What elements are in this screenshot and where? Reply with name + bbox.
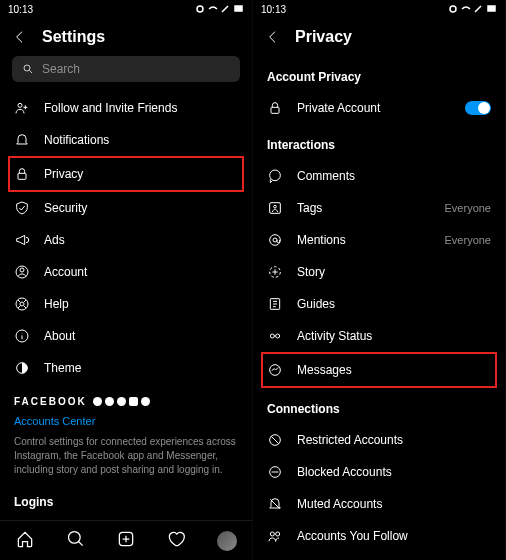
svg-point-18: [274, 205, 277, 208]
svg-point-11: [68, 531, 80, 543]
muted-icon: [267, 496, 283, 512]
svg-point-3: [18, 103, 22, 107]
item-label: Private Account: [297, 101, 380, 115]
nav-activity[interactable]: [166, 529, 186, 553]
svg-point-8: [20, 302, 24, 306]
page-title: Settings: [42, 28, 105, 46]
privacy-item-mentions[interactable]: Mentions Everyone: [265, 224, 493, 256]
privacy-item-follow[interactable]: Accounts You Follow: [265, 520, 493, 552]
settings-item-notifications[interactable]: Notifications: [12, 124, 240, 156]
privacy-item-story[interactable]: Story: [265, 256, 493, 288]
item-label: Story: [297, 265, 325, 279]
svg-point-13: [450, 6, 456, 12]
plus-square-icon: [116, 529, 136, 549]
search-icon: [22, 63, 34, 75]
item-label: Help: [44, 297, 69, 311]
svg-point-0: [197, 6, 203, 12]
item-label: Comments: [297, 169, 355, 183]
page-title: Privacy: [295, 28, 352, 46]
privacy-item-restricted[interactable]: Restricted Accounts: [265, 424, 493, 456]
settings-item-security[interactable]: Security: [12, 192, 240, 224]
header: Settings: [0, 18, 252, 56]
privacy-item-blocked[interactable]: Blocked Accounts: [265, 456, 493, 488]
battery-icon: [234, 4, 244, 14]
account-icon: [14, 264, 30, 280]
svg-point-6: [20, 268, 24, 272]
svg-point-20: [273, 238, 277, 242]
messages-icon: [267, 362, 283, 378]
svg-point-24: [276, 334, 280, 338]
avatar-icon: [217, 531, 237, 551]
search-icon: [66, 529, 86, 549]
settings-item-ads[interactable]: Ads: [12, 224, 240, 256]
nav-profile[interactable]: [217, 531, 237, 551]
settings-content[interactable]: Search Follow and Invite Friends Notific…: [0, 56, 252, 520]
svg-point-7: [16, 298, 28, 310]
section-interactions: Interactions: [265, 124, 493, 160]
privacy-item-guides[interactable]: Guides: [265, 288, 493, 320]
item-label: Account: [44, 265, 87, 279]
section-account-privacy: Account Privacy: [265, 56, 493, 92]
clock: 10:13: [8, 4, 33, 15]
search-input[interactable]: Search: [12, 56, 240, 82]
settings-item-about[interactable]: About: [12, 320, 240, 352]
status-bar: 10:13: [0, 0, 252, 18]
item-label: Ads: [44, 233, 65, 247]
shield-icon: [14, 200, 30, 216]
item-label: Muted Accounts: [297, 497, 382, 511]
privacy-item-tags[interactable]: Tags Everyone: [265, 192, 493, 224]
help-icon: [14, 296, 30, 312]
settings-item-follow[interactable]: Follow and Invite Friends: [12, 92, 240, 124]
item-label: About: [44, 329, 75, 343]
signal-icon: [221, 4, 231, 14]
svg-rect-14: [488, 6, 495, 11]
nav-create[interactable]: [116, 529, 136, 553]
svg-point-29: [276, 532, 280, 536]
privacy-item-messages[interactable]: Messages: [261, 352, 497, 388]
section-connections: Connections: [265, 388, 493, 424]
accounts-center-link[interactable]: Accounts Center: [12, 411, 240, 431]
blocked-icon: [267, 464, 283, 480]
guides-icon: [267, 296, 283, 312]
nav-search[interactable]: [66, 529, 86, 553]
settings-item-help[interactable]: Help: [12, 288, 240, 320]
item-value: Everyone: [445, 202, 491, 214]
search-placeholder: Search: [42, 62, 80, 76]
item-value: Everyone: [445, 234, 491, 246]
item-label: Blocked Accounts: [297, 465, 392, 479]
settings-item-theme[interactable]: Theme: [12, 352, 240, 384]
back-icon[interactable]: [265, 29, 281, 45]
item-label: Restricted Accounts: [297, 433, 403, 447]
alarm-icon: [448, 4, 458, 14]
person-plus-icon: [14, 100, 30, 116]
item-label: Security: [44, 201, 87, 215]
item-label: Mentions: [297, 233, 346, 247]
status-indicators: [195, 4, 244, 14]
privacy-screen: 10:13 Privacy Account Privacy Private Ac…: [253, 0, 506, 560]
private-account-row[interactable]: Private Account: [265, 92, 493, 124]
item-label: Messages: [297, 363, 352, 377]
status-bar: 10:13: [253, 0, 505, 18]
item-label: Notifications: [44, 133, 109, 147]
clock: 10:13: [261, 4, 286, 15]
facebook-product-icons: [93, 397, 150, 406]
signal-icon: [474, 4, 484, 14]
nav-home[interactable]: [15, 529, 35, 553]
battery-icon: [487, 4, 497, 14]
settings-item-privacy[interactable]: Privacy: [8, 156, 244, 192]
activity-icon: [267, 328, 283, 344]
restricted-icon: [267, 432, 283, 448]
privacy-item-activity[interactable]: Activity Status: [265, 320, 493, 352]
private-account-toggle[interactable]: [465, 101, 491, 115]
at-icon: [267, 232, 283, 248]
settings-item-account[interactable]: Account: [12, 256, 240, 288]
item-label: Privacy: [44, 167, 83, 181]
info-icon: [14, 328, 30, 344]
back-icon[interactable]: [12, 29, 28, 45]
svg-point-2: [24, 65, 30, 71]
privacy-content[interactable]: Account Privacy Private Account Interact…: [253, 56, 505, 560]
privacy-item-muted[interactable]: Muted Accounts: [265, 488, 493, 520]
header: Privacy: [253, 18, 505, 56]
privacy-item-comments[interactable]: Comments: [265, 160, 493, 192]
svg-rect-4: [18, 173, 26, 179]
